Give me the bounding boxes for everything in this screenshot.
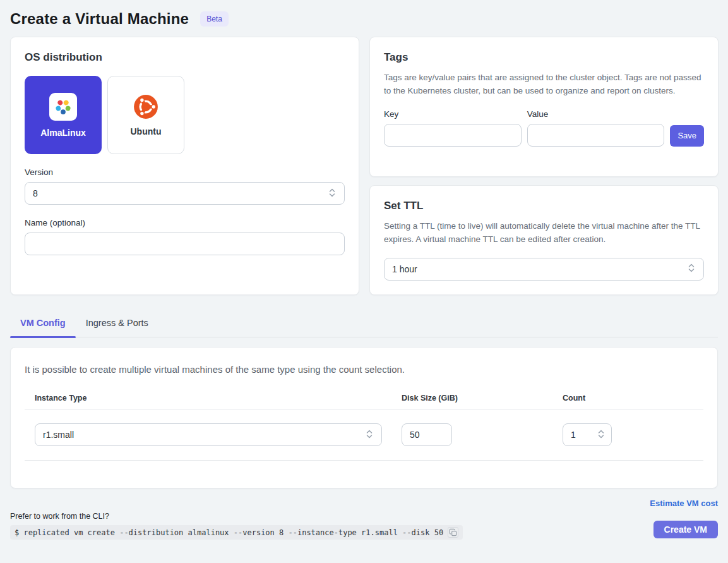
config-tabs: VM Config Ingress & Ports <box>10 312 718 337</box>
count-stepper[interactable]: 1 <box>563 423 612 446</box>
save-tag-button[interactable]: Save <box>670 125 704 147</box>
tab-ingress-ports[interactable]: Ingress & Ports <box>76 312 158 337</box>
cli-command: $ replicated vm create --distribution al… <box>15 528 443 537</box>
page-header: Create a Virtual Machine Beta <box>10 10 718 28</box>
version-select-value: 8 <box>33 188 38 198</box>
cli-block: Prefer to work from the CLI? $ replicate… <box>10 512 463 540</box>
os-card-title: OS distribution <box>25 51 345 64</box>
cli-prompt-label: Prefer to work from the CLI? <box>10 512 463 521</box>
ttl-card-title: Set TTL <box>384 200 704 212</box>
vm-name-input[interactable] <box>25 233 345 255</box>
os-tiles: AlmaLinux <box>25 76 345 154</box>
create-vm-page: Create a Virtual Machine Beta OS distrib… <box>0 0 728 563</box>
tags-card: Tags Tags are key/value pairs that are a… <box>369 37 719 177</box>
column-count: Count <box>563 394 703 403</box>
estimate-row: Estimate VM cost <box>10 499 718 508</box>
tags-description: Tags are key/value pairs that are assign… <box>384 71 704 98</box>
tag-value-input[interactable] <box>527 124 665 147</box>
select-chevron-icon <box>687 263 696 275</box>
tab-vm-config[interactable]: VM Config <box>10 312 76 337</box>
cli-command-bar: $ replicated vm create --distribution al… <box>10 525 463 540</box>
tag-fields-row: Key Value Save <box>384 109 704 147</box>
column-disk-size: Disk Size (GiB) <box>402 394 563 403</box>
tag-key-field: Key <box>384 109 522 147</box>
count-value: 1 <box>571 430 576 440</box>
tag-key-label: Key <box>384 109 522 119</box>
column-instance-type: Instance Type <box>35 394 402 403</box>
tags-card-title: Tags <box>384 51 704 64</box>
vm-config-card: It is possible to create multiple virtua… <box>10 347 718 488</box>
estimate-vm-cost-link[interactable]: Estimate VM cost <box>650 499 718 508</box>
divider <box>25 460 703 461</box>
set-ttl-card: Set TTL Setting a TTL (time to live) wil… <box>369 185 719 295</box>
right-column: Tags Tags are key/value pairs that are a… <box>369 37 719 295</box>
disk-size-input[interactable] <box>402 423 452 446</box>
os-distribution-card: OS distribution AlmaLinux <box>10 37 359 295</box>
select-chevron-icon <box>328 188 337 200</box>
page-title: Create a Virtual Machine <box>10 10 189 28</box>
create-vm-button[interactable]: Create VM <box>653 521 718 538</box>
tag-value-label: Value <box>527 109 665 119</box>
instance-type-select[interactable]: r1.small <box>35 423 382 446</box>
vm-table-header: Instance Type Disk Size (GiB) Count <box>25 394 703 403</box>
os-tile-ubuntu[interactable]: Ubuntu <box>107 76 184 154</box>
almalinux-icon <box>49 93 77 121</box>
tag-value-field: Value <box>527 109 665 147</box>
version-label: Version <box>25 167 345 177</box>
divider <box>25 409 703 409</box>
vm-table-row: r1.small 1 <box>25 423 703 446</box>
vm-config-description: It is possible to create multiple virtua… <box>25 364 703 375</box>
os-tile-label: Ubuntu <box>131 126 162 136</box>
beta-badge: Beta <box>200 11 229 27</box>
os-tile-almalinux[interactable]: AlmaLinux <box>25 76 102 154</box>
footer-row: Prefer to work from the CLI? $ replicate… <box>10 512 718 540</box>
version-select[interactable]: 8 <box>25 182 345 205</box>
ttl-description: Setting a TTL (time to live) will automa… <box>384 220 704 246</box>
ubuntu-icon <box>133 94 158 119</box>
top-card-grid: OS distribution AlmaLinux <box>10 37 718 295</box>
ttl-select-value: 1 hour <box>392 264 417 274</box>
ttl-select[interactable]: 1 hour <box>384 258 704 281</box>
copy-icon[interactable] <box>448 527 458 538</box>
os-tile-label: AlmaLinux <box>40 128 86 138</box>
instance-type-value: r1.small <box>43 430 74 440</box>
select-chevron-icon <box>365 429 374 441</box>
tag-key-input[interactable] <box>384 124 522 147</box>
stepper-icon[interactable] <box>597 428 606 442</box>
vm-name-label: Name (optional) <box>25 218 345 227</box>
